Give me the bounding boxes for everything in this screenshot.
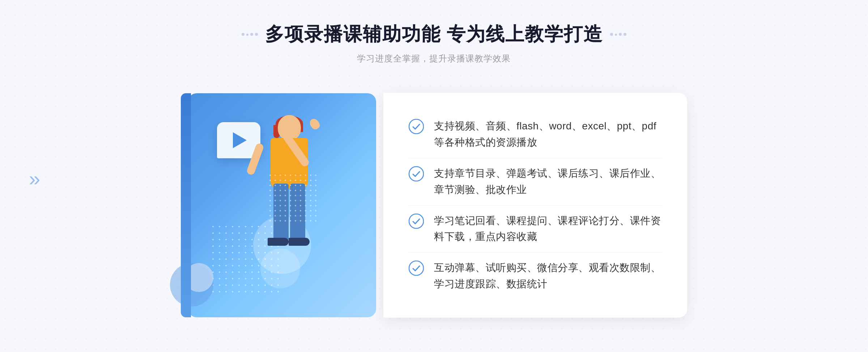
title-dots-right xyxy=(610,33,626,36)
person-shoe-left xyxy=(268,238,289,246)
title-row: 多项录播课辅助功能 专为线上教学打造 xyxy=(242,22,626,47)
feature-text-2: 支持章节目录、弹题考试、课后练习、课后作业、章节测验、批改作业 xyxy=(434,166,662,198)
dot-2 xyxy=(246,34,248,36)
features-card: 支持视频、音频、flash、word、excel、ppt、pdf等各种格式的资源… xyxy=(383,93,687,317)
person-hand-right xyxy=(308,117,322,131)
dot-1 xyxy=(242,33,244,36)
feature-item-4: 互动弹幕、试听购买、微信分享、观看次数限制、学习进度跟踪、数据统计 xyxy=(409,253,662,300)
feature-item-1: 支持视频、音频、flash、word、excel、ppt、pdf等各种格式的资源… xyxy=(409,111,662,158)
check-icon-4 xyxy=(409,261,424,276)
chevron-icon: » xyxy=(29,167,40,190)
content-section: 支持视频、音频、flash、word、excel、ppt、pdf等各种格式的资源… xyxy=(181,82,687,328)
svg-point-4 xyxy=(409,214,424,228)
illustration-area xyxy=(181,82,383,328)
person-arm-left xyxy=(246,142,264,176)
feature-text-4: 互动弹幕、试听购买、微信分享、观看次数限制、学习进度跟踪、数据统计 xyxy=(434,260,662,292)
dot-3 xyxy=(250,33,253,36)
left-chevron-decoration: » xyxy=(29,167,40,190)
svg-point-2 xyxy=(409,119,424,134)
header-section: 多项录播课辅助功能 专为线上教学打造 学习进度全掌握，提升录播课教学效果 xyxy=(242,22,626,64)
svg-point-5 xyxy=(409,261,424,275)
main-title: 多项录播课辅助功能 专为线上教学打造 xyxy=(265,22,603,47)
check-icon-2 xyxy=(409,166,424,181)
title-dots-left xyxy=(242,33,258,36)
blue-accent-bar xyxy=(181,93,191,317)
page-container: » 多项录播课辅助功能 专为线上教学打造 学习进度全掌握，提升录播课教学效果 xyxy=(0,0,868,352)
subtitle: 学习进度全掌握，提升录播课教学效果 xyxy=(242,53,626,64)
dot-8 xyxy=(624,33,626,36)
person-shoe-right xyxy=(289,238,310,246)
feature-item-2: 支持章节目录、弹题考试、课后练习、课后作业、章节测验、批改作业 xyxy=(409,158,662,206)
feature-item-3: 学习笔记回看、课程提问、课程评论打分、课件资料下载，重点内容收藏 xyxy=(409,206,662,253)
svg-point-3 xyxy=(409,167,424,181)
check-icon-3 xyxy=(409,214,424,229)
dot-4 xyxy=(255,33,258,36)
illustration-background xyxy=(188,93,376,317)
dot-7 xyxy=(619,33,622,36)
dot-6 xyxy=(615,34,617,36)
grid-decoration xyxy=(268,173,318,223)
feature-text-3: 学习笔记回看、课程提问、课程评论打分、课件资料下载，重点内容收藏 xyxy=(434,213,662,245)
feature-text-1: 支持视频、音频、flash、word、excel、ppt、pdf等各种格式的资源… xyxy=(434,118,662,151)
check-icon-1 xyxy=(409,119,424,134)
svg-rect-1 xyxy=(268,173,318,223)
dot-5 xyxy=(610,33,613,36)
